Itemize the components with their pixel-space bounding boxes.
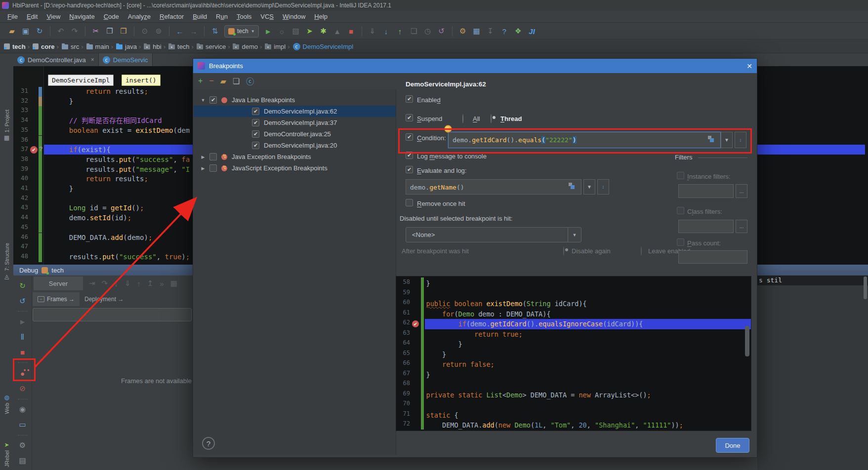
stripe-structure[interactable]: 7: Structure◬ [0, 243, 13, 280]
tree-checkbox[interactable]: ✔ [252, 142, 259, 149]
copy-icon[interactable]: ❐ [104, 25, 116, 37]
replace-icon[interactable]: ⊚ [153, 25, 165, 37]
code-line[interactable]: // 判断是否存在相同IdCard [52, 116, 162, 126]
settings-gear-icon[interactable]: ⚙ [16, 439, 29, 452]
stop-icon[interactable]: ■ [16, 346, 29, 358]
pin-icon[interactable]: ▤ [16, 455, 29, 467]
run-icon[interactable]: ► [262, 25, 274, 37]
code-line[interactable]: return results; [52, 87, 148, 97]
suspend-thread-radio[interactable] [491, 114, 492, 123]
export-icon[interactable]: ⇓ [367, 25, 378, 37]
project-structure-icon[interactable]: ▦ [471, 25, 483, 37]
undo-icon[interactable]: ↶ [55, 25, 67, 37]
update-application-icon[interactable]: ↺ [16, 295, 29, 307]
breadcrumb-item-main[interactable]: main [86, 43, 109, 50]
run-to-cursor-icon[interactable]: » [160, 279, 164, 288]
dialog-title-bar[interactable]: Breakpoints ✕ [193, 59, 757, 73]
breadcrumb-item-service[interactable]: service [197, 43, 226, 50]
restore-layout-icon[interactable]: ▭ [16, 419, 29, 431]
editor-tab-2[interactable]: cDemoServic [99, 53, 153, 66]
evaluate-field[interactable]: demo.getName() [406, 179, 581, 195]
close-tab-icon[interactable]: × [91, 56, 94, 63]
breakpoint-tree-item[interactable]: ✔DemoServiceImpl.java:20 [194, 140, 396, 151]
code-line[interactable]: Long id = getId(); [52, 203, 144, 213]
run-config-combo[interactable]: tech▼ [224, 25, 259, 38]
group-by-file-icon[interactable]: ❏ [233, 77, 240, 86]
breadcrumb-item-java[interactable]: java [116, 43, 137, 50]
menu-file[interactable]: File [3, 11, 22, 22]
breakpoint-tree-item[interactable]: ✔DemoServiceImpl.java:62 [194, 106, 396, 117]
mute-breakpoints-icon[interactable]: ⊘ [16, 383, 29, 395]
breadcrumb-item-impl[interactable]: impl [265, 43, 286, 50]
rerun-icon[interactable]: ↻ [16, 279, 29, 292]
preview-scrollbar[interactable] [745, 326, 749, 356]
jrebel-icon[interactable]: JI [526, 25, 538, 37]
settings-icon[interactable]: ⚙ [457, 25, 469, 37]
menu-refactor[interactable]: Refactor [155, 11, 188, 22]
expand-editor-icon[interactable]: ↕ [597, 179, 609, 195]
console-scrollbar[interactable] [864, 276, 867, 299]
breakpoint-tree-item[interactable]: ▼✔Java Line Breakpoints [194, 94, 396, 106]
evaluate-expression-icon[interactable]: ▦ [170, 279, 177, 288]
breakpoint-tree-item[interactable]: ▶↯Java Exception Breakpoints [194, 151, 396, 162]
evaluate-history-dropdown[interactable]: ▼ [583, 179, 595, 195]
code-line[interactable]: return false; [410, 359, 495, 370]
chevron-down-icon[interactable]: ▼ [568, 228, 581, 242]
code-line[interactable]: private static List<Demo> DEMO_DATA = ne… [410, 390, 651, 400]
help-icon[interactable]: ? [498, 25, 510, 37]
breadcrumb-item-src[interactable]: src [62, 43, 79, 50]
tab-deployment[interactable]: Deployment → [80, 292, 128, 306]
drop-frame-icon[interactable]: ↥ [147, 279, 154, 288]
code-line[interactable]: for(Demo demo : DEMO_DATA){ [410, 309, 551, 319]
menu-edit[interactable]: Edit [22, 11, 42, 22]
inject-language-icon[interactable] [708, 136, 714, 143]
breadcrumb-item-hbi[interactable]: hbi [144, 43, 161, 50]
menu-build[interactable]: Build [188, 11, 211, 22]
pass-count-checkbox[interactable] [677, 238, 684, 246]
tree-checkbox[interactable] [209, 164, 217, 172]
tree-checkbox[interactable] [209, 153, 217, 160]
jrebel-debug-icon[interactable]: ✱ [318, 25, 330, 37]
disabled-until-dropdown[interactable]: <None>▼ [406, 227, 581, 242]
thread-dump-icon[interactable]: ◉ [16, 403, 29, 416]
code-line[interactable]: return results; [52, 174, 148, 184]
code-line[interactable]: boolean exist = existDemo(dem [52, 126, 190, 136]
inject-language-icon[interactable] [569, 183, 575, 190]
resume-icon[interactable]: ► [16, 315, 29, 328]
menu-navigate[interactable]: Navigate [65, 11, 99, 22]
tab-frames[interactable]: ‹›Frames → [33, 292, 80, 306]
debug-server-tab[interactable]: Server [34, 276, 83, 290]
code-line[interactable]: if(demo.getIdCard().equalsIgnoreCase(idC… [410, 319, 643, 329]
code-line[interactable]: } [410, 370, 430, 380]
suspend-checkbox[interactable]: ✔ [406, 114, 413, 121]
add-breakpoint-icon[interactable]: + [198, 77, 203, 85]
menu-code[interactable]: Code [99, 11, 124, 22]
sync-icon[interactable]: ↻ [34, 25, 45, 37]
tree-checkbox[interactable]: ✔ [252, 119, 259, 126]
code-line[interactable]: } [52, 184, 73, 194]
coverage-icon[interactable]: ▧ [290, 25, 302, 37]
help-button[interactable]: ? [202, 437, 215, 450]
evaluate-checkbox[interactable]: ✔ [406, 166, 413, 173]
code-line[interactable]: static { [410, 410, 458, 421]
remove-once-checkbox[interactable] [406, 199, 413, 206]
code-line[interactable]: } [410, 350, 446, 360]
line-numbers-icon[interactable]: ⇅ [209, 25, 221, 37]
jrebel-run-icon[interactable]: ➤ [304, 25, 316, 37]
breadcrumb-item-demo[interactable]: demo [233, 43, 258, 50]
install-plugin-icon[interactable]: ❖ [512, 25, 524, 37]
breadcrumb-item-core[interactable]: core [33, 43, 54, 50]
menu-window[interactable]: Window [278, 11, 310, 22]
save-icon[interactable]: ▣ [20, 25, 32, 37]
menu-analyze[interactable]: Analyze [124, 11, 155, 22]
instance-filters-field[interactable] [678, 184, 734, 198]
vcs-commit-icon[interactable]: ↑ [394, 25, 406, 37]
code-line[interactable]: results.put("message", "I [52, 165, 190, 175]
tree-checkbox[interactable]: ✔ [252, 130, 259, 138]
redo-icon[interactable]: ↷ [69, 25, 81, 37]
code-line[interactable]: return true; [410, 329, 523, 340]
code-line[interactable]: } [410, 339, 462, 350]
show-execution-point-icon[interactable]: ⇥ [89, 279, 95, 288]
suspend-all-radio[interactable] [462, 114, 463, 123]
stop-icon[interactable]: ■ [345, 25, 357, 37]
